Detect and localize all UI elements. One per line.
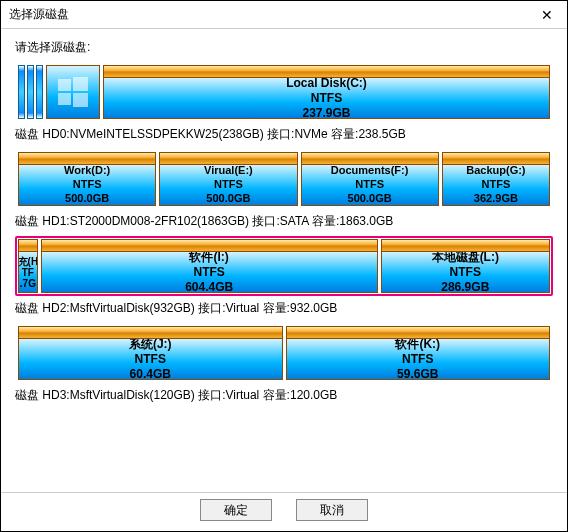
partition-body: 软件(K:)NTFS59.6GB — [287, 339, 550, 379]
stripe — [36, 65, 43, 119]
partition-size: 500.0GB — [206, 192, 250, 205]
partition[interactable]: 系统(J:)NTFS60.4GB — [18, 326, 283, 380]
partition-size: 286.9GB — [441, 280, 489, 293]
svg-rect-0 — [58, 79, 71, 91]
partition[interactable]: Documents(F:)NTFS500.0GB — [301, 152, 439, 206]
partition-name: 充(H — [19, 256, 37, 267]
partition[interactable]: 软件(I:)NTFS604.4GB — [41, 239, 378, 293]
partition-size: 362.9GB — [474, 192, 518, 205]
partition-size: 59.6GB — [397, 367, 438, 380]
partition-fs: NTFS — [355, 178, 384, 192]
partition-body: 软件(I:)NTFS604.4GB — [42, 252, 377, 292]
partition-fs: NTFS — [311, 91, 342, 106]
partition-header — [42, 240, 377, 252]
disk-list: Local Disk(C:)NTFS237.9GB磁盘 HD0:NVMeINTE… — [15, 62, 553, 482]
partition-fs: NTFS — [482, 178, 511, 192]
partition-body: Virual(E:)NTFS500.0GB — [160, 165, 296, 205]
partition-size: 237.9GB — [302, 106, 350, 119]
content-area: 请选择源磁盘: Local Disk(C:)NTFS237.9GB磁盘 HD0:… — [1, 29, 567, 492]
partition-fs: NTFS — [402, 352, 433, 367]
partition-body: 系统(J:)NTFS60.4GB — [19, 339, 282, 379]
partition-name: Backup(G:) — [466, 165, 525, 178]
partition-name: Work(D:) — [64, 165, 110, 178]
disk-caption: 磁盘 HD3:MsftVirtualDisk(120GB) 接口:Virtual… — [15, 387, 553, 404]
window-title: 选择源磁盘 — [9, 6, 69, 23]
cancel-button[interactable]: 取消 — [296, 499, 368, 521]
disk-caption: 磁盘 HD1:ST2000DM008-2FR102(1863GB) 接口:SAT… — [15, 213, 553, 230]
partition-size: 604.4GB — [185, 280, 233, 293]
close-icon[interactable]: ✕ — [533, 5, 561, 25]
partition-header — [19, 240, 37, 252]
partition[interactable]: 本地磁盘(L:)NTFS286.9GB — [381, 239, 550, 293]
partition-header — [19, 327, 282, 339]
partition-header — [302, 153, 438, 165]
partition-name: 软件(K:) — [395, 339, 440, 352]
partition[interactable]: Work(D:)NTFS500.0GB — [18, 152, 156, 206]
partition-body: 本地磁盘(L:)NTFS286.9GB — [382, 252, 549, 292]
disk-block: 系统(J:)NTFS60.4GB软件(K:)NTFS59.6GB磁盘 HD3:M… — [15, 323, 553, 404]
windows-icon — [46, 65, 100, 119]
disk-row[interactable]: Local Disk(C:)NTFS237.9GB — [15, 62, 553, 122]
titlebar: 选择源磁盘 ✕ — [1, 1, 567, 29]
partition-body: 充(HTF.7G — [19, 252, 37, 292]
disk-row[interactable]: 充(HTF.7G软件(I:)NTFS604.4GB本地磁盘(L:)NTFS286… — [15, 236, 553, 296]
partition-size: .7G — [20, 278, 36, 289]
partition[interactable]: Local Disk(C:)NTFS237.9GB — [103, 65, 550, 119]
partition-body: Local Disk(C:)NTFS237.9GB — [104, 78, 549, 118]
partition-header — [19, 153, 155, 165]
disk-block: 充(HTF.7G软件(I:)NTFS604.4GB本地磁盘(L:)NTFS286… — [15, 236, 553, 317]
partition-size: 500.0GB — [65, 192, 109, 205]
footer: 确定 取消 — [1, 492, 567, 531]
dialog-window: 选择源磁盘 ✕ 请选择源磁盘: Local Disk(C:)NTFS237.9G… — [0, 0, 568, 532]
partition[interactable]: Virual(E:)NTFS500.0GB — [159, 152, 297, 206]
partition-header — [382, 240, 549, 252]
partition-header — [160, 153, 296, 165]
disk-row[interactable]: Work(D:)NTFS500.0GBVirual(E:)NTFS500.0GB… — [15, 149, 553, 209]
partition-name: 本地磁盘(L:) — [432, 252, 499, 265]
partition-fs: TF — [22, 267, 34, 278]
disk-block: Work(D:)NTFS500.0GBVirual(E:)NTFS500.0GB… — [15, 149, 553, 230]
svg-rect-3 — [73, 93, 88, 107]
partition-fs: NTFS — [214, 178, 243, 192]
partition-name: Local Disk(C:) — [286, 78, 367, 91]
svg-rect-1 — [73, 77, 88, 91]
partition-header — [443, 153, 549, 165]
partition[interactable]: 软件(K:)NTFS59.6GB — [286, 326, 551, 380]
stripe — [27, 65, 34, 119]
partition-fs: NTFS — [450, 265, 481, 280]
partition[interactable]: 充(HTF.7G — [18, 239, 38, 293]
partition-size: 60.4GB — [130, 367, 171, 380]
partition-fs: NTFS — [135, 352, 166, 367]
partition-body: Documents(F:)NTFS500.0GB — [302, 165, 438, 205]
disk-block: Local Disk(C:)NTFS237.9GB磁盘 HD0:NVMeINTE… — [15, 62, 553, 143]
partition-fs: NTFS — [193, 265, 224, 280]
partition-body: Work(D:)NTFS500.0GB — [19, 165, 155, 205]
partition-name: Documents(F:) — [331, 165, 409, 178]
disk-row[interactable]: 系统(J:)NTFS60.4GB软件(K:)NTFS59.6GB — [15, 323, 553, 383]
prompt-label: 请选择源磁盘: — [15, 39, 553, 56]
stripe — [18, 65, 25, 119]
disk-caption: 磁盘 HD0:NVMeINTELSSDPEKKW25(238GB) 接口:NVM… — [15, 126, 553, 143]
svg-rect-2 — [58, 93, 71, 105]
partition-name: 软件(I:) — [189, 252, 228, 265]
partition[interactable]: Backup(G:)NTFS362.9GB — [442, 152, 550, 206]
disk-caption: 磁盘 HD2:MsftVirtualDisk(932GB) 接口:Virtual… — [15, 300, 553, 317]
reserved-stripes — [18, 65, 43, 119]
partition-name: 系统(J:) — [129, 339, 172, 352]
partition-header — [104, 66, 549, 78]
partition-body: Backup(G:)NTFS362.9GB — [443, 165, 549, 205]
partition-size: 500.0GB — [348, 192, 392, 205]
ok-button[interactable]: 确定 — [200, 499, 272, 521]
partition-header — [287, 327, 550, 339]
partition-name: Virual(E:) — [204, 165, 253, 178]
partition-fs: NTFS — [73, 178, 102, 192]
